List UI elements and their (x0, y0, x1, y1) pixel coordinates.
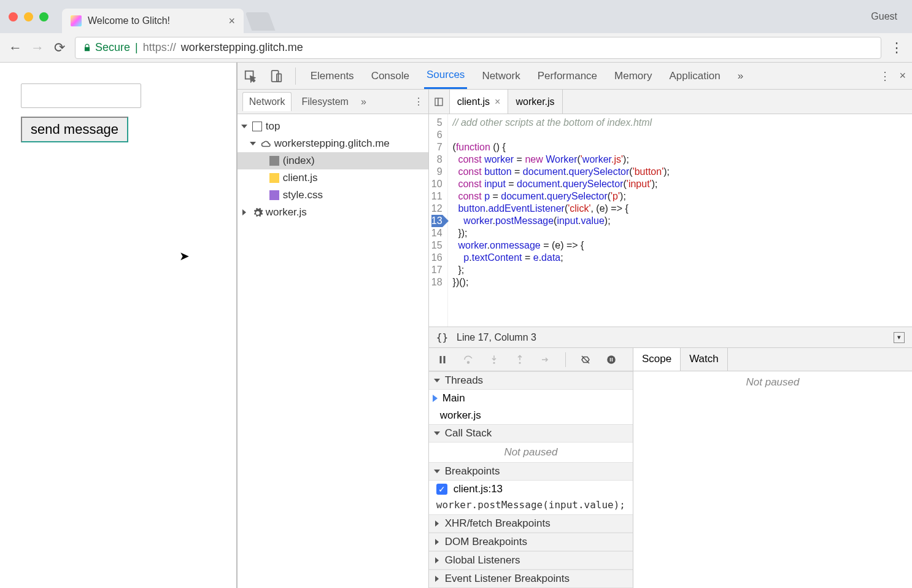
cloud-icon (261, 139, 271, 149)
event-listener-breakpoints-header[interactable]: Event Listener Breakpoints (429, 570, 633, 588)
address-bar-row: ← → ⟳ Secure | https://workerstepping.gl… (0, 33, 912, 63)
profile-label[interactable]: Guest (871, 11, 897, 22)
url-scheme: https:// (143, 41, 176, 54)
breakpoints-header[interactable]: Breakpoints (429, 462, 633, 481)
breakpoint-item[interactable]: ✓ client.js:13 (429, 481, 633, 498)
subtabs-menu-icon[interactable]: ⋮ (414, 96, 423, 107)
forward-button[interactable]: → (31, 41, 44, 55)
tree-top[interactable]: top (238, 118, 428, 135)
reload-button[interactable]: ⟳ (53, 41, 66, 55)
debugger-toolbar (429, 348, 633, 371)
tab-performance[interactable]: Performance (535, 64, 600, 88)
frame-icon (252, 122, 262, 131)
xhr-breakpoints-header[interactable]: XHR/fetch Breakpoints (429, 514, 633, 533)
svg-point-9 (519, 362, 520, 363)
breakpoint-code: worker.postMessage(input.value); (429, 498, 633, 514)
tabs-overflow-icon[interactable]: » (735, 64, 746, 88)
css-icon (269, 190, 279, 200)
close-window-icon[interactable] (9, 12, 18, 21)
js-icon (269, 173, 279, 183)
tab-application[interactable]: Application (667, 64, 722, 88)
svg-rect-12 (612, 358, 613, 362)
favicon-icon (71, 15, 82, 26)
tab-sources[interactable]: Sources (424, 63, 467, 89)
subtab-network[interactable]: Network (242, 92, 292, 111)
lock-icon (83, 44, 91, 52)
devtools-menu-icon[interactable]: ⋮ (879, 69, 891, 83)
browser-tab[interactable]: Welcome to Glitch! × (62, 9, 244, 33)
pause-on-exceptions-icon[interactable] (605, 354, 617, 366)
back-button[interactable]: ← (9, 41, 22, 55)
callstack-state: Not paused (429, 443, 633, 462)
svg-point-10 (607, 355, 616, 364)
global-listeners-header[interactable]: Global Listeners (429, 551, 633, 570)
file-tree: top workerstepping.glitch.me (index) cli… (238, 114, 428, 588)
minimize-window-icon[interactable] (24, 12, 33, 21)
step-over-icon[interactable] (462, 354, 474, 366)
editor-status-bar: {} Line 17, Column 3 ▾ (429, 327, 912, 347)
svg-rect-6 (443, 356, 445, 363)
cursor-position: Line 17, Column 3 (457, 332, 536, 343)
url-separator: | (135, 41, 138, 54)
step-out-icon[interactable] (514, 354, 526, 366)
send-message-button[interactable]: send message (21, 117, 128, 142)
subtab-filesystem[interactable]: Filesystem (295, 93, 354, 111)
open-tab-clientjs[interactable]: client.js× (450, 90, 509, 114)
tab-network[interactable]: Network (479, 64, 522, 88)
format-icon[interactable]: {} (436, 331, 448, 343)
address-bar[interactable]: Secure | https://workerstepping.glitch.m… (75, 37, 881, 59)
message-input[interactable] (21, 83, 141, 108)
step-icon[interactable] (539, 354, 552, 366)
code-editor[interactable]: 56789101112131415161718 // add other scr… (429, 114, 912, 327)
url-host: workerstepping.glitch.me (181, 41, 303, 54)
svg-point-8 (493, 362, 495, 363)
new-tab-button[interactable] (245, 12, 276, 31)
devtools-close-icon[interactable]: × (899, 69, 906, 82)
dom-breakpoints-header[interactable]: DOM Breakpoints (429, 533, 633, 551)
thread-main[interactable]: Main (429, 390, 633, 407)
file-nav-icon[interactable] (429, 90, 450, 114)
inspect-icon[interactable] (244, 69, 257, 83)
tab-console[interactable]: Console (369, 64, 412, 88)
secure-indicator[interactable]: Secure (83, 41, 130, 54)
checkbox-icon[interactable]: ✓ (436, 484, 447, 495)
tab-close-icon[interactable]: × (228, 15, 235, 28)
tab-elements[interactable]: Elements (308, 64, 357, 88)
scope-panel: Scope Watch Not paused (633, 348, 912, 588)
svg-rect-11 (610, 358, 611, 362)
subtabs-overflow-icon[interactable]: » (361, 96, 366, 107)
tree-domain[interactable]: workerstepping.glitch.me (238, 135, 428, 152)
threads-header[interactable]: Threads (429, 371, 633, 390)
thread-worker[interactable]: worker.js (429, 407, 633, 424)
step-into-icon[interactable] (488, 354, 500, 366)
callstack-header[interactable]: Call Stack (429, 424, 633, 443)
coverage-icon[interactable]: ▾ (894, 332, 905, 343)
maximize-window-icon[interactable] (39, 12, 48, 21)
tree-worker[interactable]: worker.js (238, 204, 428, 221)
tree-file-index[interactable]: (index) (238, 152, 428, 169)
device-icon[interactable] (269, 69, 283, 83)
tree-file-clientjs[interactable]: client.js (238, 169, 428, 187)
close-icon[interactable]: × (495, 96, 500, 107)
svg-point-7 (467, 362, 469, 363)
tab-title: Welcome to Glitch! (88, 15, 222, 26)
watch-tab[interactable]: Watch (681, 348, 728, 371)
scope-tab[interactable]: Scope (633, 348, 681, 371)
gear-icon (252, 207, 262, 217)
open-tab-workerjs[interactable]: worker.js (508, 90, 562, 114)
secure-label: Secure (95, 41, 130, 54)
tree-file-stylecss[interactable]: style.css (238, 187, 428, 204)
open-file-tabs: client.js× worker.js (429, 90, 912, 114)
window-controls (9, 12, 48, 21)
tab-memory[interactable]: Memory (612, 64, 654, 88)
tab-strip: Welcome to Glitch! × Guest (0, 0, 912, 33)
deactivate-breakpoints-icon[interactable] (579, 354, 592, 366)
sources-sidebar: Network Filesystem » ⋮ top workersteppin… (238, 90, 429, 588)
browser-menu-icon[interactable]: ⋮ (890, 40, 903, 56)
devtools-panel: Elements Console Sources Network Perform… (238, 63, 912, 588)
page-viewport: send message ➤ (0, 63, 238, 588)
debugger-panel: Threads Main worker.js Call Stack Not pa… (429, 348, 633, 588)
svg-rect-1 (271, 70, 278, 81)
pause-icon[interactable] (436, 354, 449, 366)
scope-state: Not paused (633, 371, 912, 588)
